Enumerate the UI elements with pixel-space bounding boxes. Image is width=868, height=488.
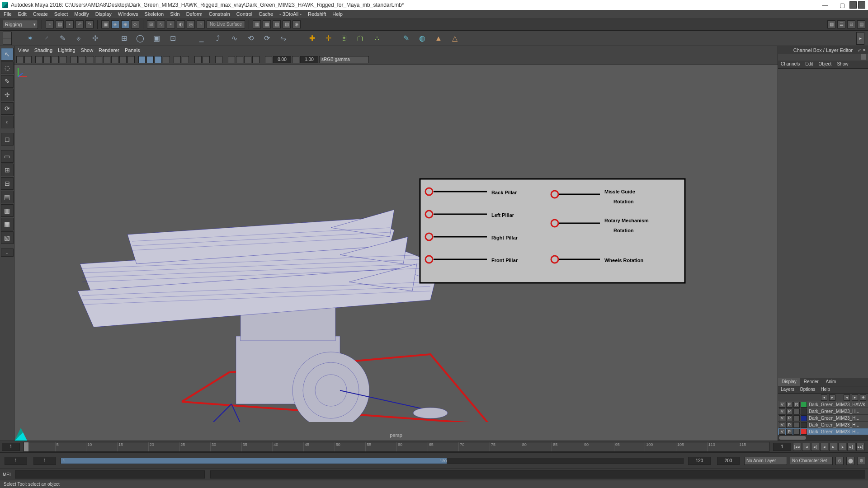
shelf-flex-icon[interactable]: ⟳ xyxy=(260,32,273,45)
time-track[interactable]: 5101520253035404550556065707580859095100… xyxy=(24,442,769,452)
layer-play-toggle[interactable]: P xyxy=(786,422,793,428)
layer-play-toggle[interactable]: P xyxy=(786,408,793,414)
pt-ex1[interactable] xyxy=(215,56,222,63)
shelf-tabs[interactable] xyxy=(3,32,12,45)
menu-constrain[interactable]: Constrain xyxy=(209,11,230,17)
step-fwd-icon[interactable]: |▸ xyxy=(838,443,846,451)
time-cursor[interactable] xyxy=(24,442,28,451)
snap-view-icon[interactable]: ○ xyxy=(197,20,205,28)
cmd-result-icon[interactable] xyxy=(858,1,865,9)
layer-vis-toggle[interactable]: V xyxy=(779,408,785,414)
layer-ref-toggle[interactable] xyxy=(793,422,800,428)
move-tool-icon[interactable]: ✢ xyxy=(1,89,14,101)
layer-ref-toggle[interactable] xyxy=(793,415,800,421)
layer-vis-toggle[interactable]: V xyxy=(779,429,785,435)
workspace-selector[interactable]: Rigging xyxy=(3,20,38,29)
pt-xray-icon[interactable] xyxy=(174,56,181,63)
panelmenu-show[interactable]: Show xyxy=(81,47,94,53)
layout-icon-1[interactable]: ▦ xyxy=(827,20,835,28)
menu-control[interactable]: Control xyxy=(236,11,252,17)
shelf-paint-icon[interactable]: ✎ xyxy=(56,32,69,45)
menu-skin[interactable]: Skin xyxy=(170,11,179,17)
layer-move-down-icon[interactable]: ▸ xyxy=(829,394,835,401)
pt-ex3[interactable] xyxy=(236,56,243,63)
cb-tab-show[interactable]: Show xyxy=(834,61,851,68)
time-start-field[interactable]: 1 xyxy=(2,443,20,451)
layer-ref-toggle[interactable] xyxy=(793,408,800,414)
script-editor-icon[interactable] xyxy=(849,1,857,9)
shelf-constraint-icon[interactable]: ✚ xyxy=(306,32,318,45)
layout-single-icon[interactable]: ▭ xyxy=(1,150,14,163)
prefs-icon[interactable]: ⚙ xyxy=(857,457,865,465)
layout-icon-4[interactable]: ▤ xyxy=(857,20,865,28)
render-frame-icon[interactable]: ▦ xyxy=(253,20,261,28)
layer-color-swatch[interactable] xyxy=(801,415,807,421)
shelf-char-icon[interactable]: ⛫ xyxy=(354,32,367,45)
menu-cache[interactable]: Cache xyxy=(259,11,273,17)
pt-iso-icon[interactable] xyxy=(182,56,189,63)
layer-play-toggle[interactable]: P xyxy=(786,402,793,408)
layer-color-swatch[interactable] xyxy=(801,422,807,428)
layer-scrollbar[interactable] xyxy=(778,435,868,441)
range-start-field[interactable]: 1 xyxy=(5,457,27,465)
layout-hyper-icon[interactable]: ▧ xyxy=(1,231,14,244)
panelmenu-panels[interactable]: Panels xyxy=(125,47,140,53)
rotate-tool-icon[interactable]: ⟳ xyxy=(1,102,14,115)
pt-5[interactable] xyxy=(52,56,59,63)
shelf-pose-icon[interactable]: △ xyxy=(448,32,461,45)
snap-point-icon[interactable]: • xyxy=(167,20,175,28)
layout-custom-icon[interactable]: - xyxy=(1,249,14,257)
maximize-button[interactable]: ▢ xyxy=(834,0,851,10)
pt-shade-icon[interactable] xyxy=(127,56,135,63)
menu-help[interactable]: Help xyxy=(332,11,343,17)
select-hier-icon[interactable]: ◇ xyxy=(131,20,139,28)
cb-tab-edit[interactable]: Edit xyxy=(802,61,816,68)
autokey-icon[interactable]: ⊙ xyxy=(835,457,844,465)
menu-skeleton[interactable]: Skeleton xyxy=(144,11,164,17)
snap-grid-icon[interactable]: ⊞ xyxy=(147,20,155,28)
layer-new-sel-icon[interactable]: ▸ xyxy=(852,394,858,401)
pt-gate-icon[interactable] xyxy=(95,56,102,63)
play-fwd-icon[interactable]: ▸ xyxy=(829,443,837,451)
snap-plane-icon[interactable]: ◐ xyxy=(177,20,185,28)
pt-ao-icon[interactable] xyxy=(163,56,170,63)
menu-file[interactable]: File xyxy=(4,11,12,17)
step-back-key-icon[interactable]: |◂ xyxy=(802,443,810,451)
snap-curve-icon[interactable]: ∿ xyxy=(157,20,165,28)
range-playend-field[interactable]: 120 xyxy=(688,457,711,465)
pt-ex2[interactable] xyxy=(228,56,235,63)
layout-outliner-icon[interactable]: ▥ xyxy=(1,204,14,217)
pt-ex5[interactable] xyxy=(252,56,259,63)
play-back-icon[interactable]: ◂ xyxy=(820,443,828,451)
shelf-scroll-icon[interactable]: ▸ xyxy=(856,32,864,45)
pt-dof-icon[interactable] xyxy=(194,56,202,63)
menu-select[interactable]: Select xyxy=(54,11,68,17)
layer-vis-toggle[interactable]: V xyxy=(779,415,785,421)
shelf-lasso-icon[interactable]: ⟋ xyxy=(40,32,52,45)
shelf-paint-weights-icon[interactable]: ✎ xyxy=(400,32,412,45)
shelf-spline-icon[interactable]: ∿ xyxy=(228,32,241,45)
scale-tool-icon[interactable]: ▫ xyxy=(1,116,14,128)
shelf-skin-icon[interactable]: ◍ xyxy=(416,32,429,45)
layer-ref-toggle[interactable] xyxy=(793,429,800,435)
pt-motion-icon[interactable] xyxy=(203,56,210,63)
menu-deform[interactable]: Deform xyxy=(186,11,203,17)
menu-windows[interactable]: Windows xyxy=(118,11,138,17)
render-region-icon[interactable]: ▨ xyxy=(283,20,291,28)
range-playstart-field[interactable]: 1 xyxy=(33,457,56,465)
layer-vis-toggle[interactable]: V xyxy=(779,402,785,408)
layertab-display[interactable]: Display xyxy=(778,378,800,386)
layer-new-empty-icon[interactable]: ◂ xyxy=(844,394,850,401)
layer-row[interactable]: VPRDark_Green_MIM23_HAWK xyxy=(778,401,868,408)
redo-icon[interactable]: ↷ xyxy=(85,20,94,28)
shelf-ik-icon[interactable]: ⤴ xyxy=(212,32,224,45)
time-end-field[interactable]: 1 xyxy=(773,443,791,451)
layout-persp-icon[interactable]: ▦ xyxy=(1,218,14,230)
shelf-lattice-icon[interactable]: ⊞ xyxy=(118,32,130,45)
step-fwd-key-icon[interactable]: ▸| xyxy=(847,443,855,451)
pt-ex6[interactable] xyxy=(265,56,272,63)
pt-4[interactable] xyxy=(43,56,51,63)
shelf-blend-icon[interactable]: ▲ xyxy=(432,32,445,45)
menu-edit[interactable]: Edit xyxy=(18,11,27,17)
setkey-icon[interactable]: ⬤ xyxy=(846,457,854,465)
